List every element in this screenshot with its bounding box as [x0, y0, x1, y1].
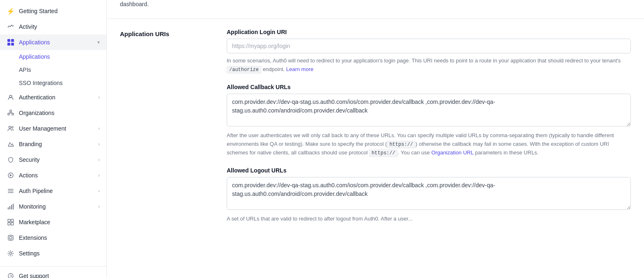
- allowed-logout-urls-field: Allowed Logout URLs com.provider.dev://d…: [227, 167, 631, 223]
- sidebar-item-marketplace[interactable]: Marketplace: [0, 214, 106, 230]
- svg-rect-13: [11, 205, 12, 209]
- svg-rect-14: [13, 204, 14, 209]
- svg-rect-6: [8, 113, 9, 115]
- section-label: Application URIs: [120, 29, 210, 37]
- application-uris-section: Application URIs Application Login URI I…: [107, 29, 644, 233]
- actions-chevron: ›: [98, 172, 100, 178]
- svg-rect-1: [11, 39, 14, 42]
- section-label-col: Application URIs: [120, 29, 210, 233]
- authentication-icon: [7, 93, 15, 101]
- user-management-icon: [7, 124, 15, 133]
- sidebar-item-auth-pipeline[interactable]: Auth Pipeline ›: [0, 183, 106, 199]
- section-divider: [107, 18, 644, 19]
- sidebar-item-actions[interactable]: Actions ›: [0, 168, 106, 183]
- authorize-code: /authorize: [227, 66, 261, 74]
- svg-rect-7: [12, 113, 14, 115]
- svg-rect-2: [7, 43, 10, 46]
- svg-point-9: [12, 126, 13, 128]
- sidebar-label-organizations: Organizations: [19, 110, 54, 116]
- sidebar-label-authentication: Authentication: [19, 94, 55, 101]
- branding-icon: [7, 140, 15, 148]
- sidebar-label-get-support: Get support: [19, 273, 49, 278]
- actions-icon: [7, 171, 15, 179]
- svg-rect-17: [8, 223, 10, 225]
- monitoring-icon: [7, 202, 15, 211]
- svg-rect-11: [8, 207, 9, 209]
- sidebar-item-get-support[interactable]: Get support: [0, 268, 106, 278]
- auth-pipeline-icon: [7, 187, 15, 195]
- sidebar-item-authentication[interactable]: Authentication ›: [0, 90, 106, 105]
- logout-urls-label: Allowed Logout URLs: [227, 167, 631, 174]
- svg-point-21: [10, 253, 12, 255]
- sub-label-applications: Applications: [19, 53, 50, 60]
- logout-urls-textarea[interactable]: com.provider.dev://dev-qa-stag.us.auth0.…: [227, 177, 631, 210]
- sidebar-label-monitoring: Monitoring: [19, 203, 46, 210]
- callback-urls-label: Allowed Callback URLs: [227, 84, 631, 90]
- sub-label-sso: SSO Integrations: [19, 80, 63, 86]
- sidebar-label-getting-started: Getting Started: [19, 8, 58, 14]
- sidebar-item-monitoring[interactable]: Monitoring ›: [0, 199, 106, 214]
- user-management-chevron: ›: [98, 126, 100, 131]
- organizations-icon: [7, 109, 15, 117]
- logout-urls-desc: A set of URLs that are valid to redirect…: [227, 215, 631, 223]
- svg-rect-20: [9, 237, 12, 239]
- settings-icon: [7, 249, 15, 257]
- sidebar-label-applications: Applications: [19, 39, 50, 46]
- extensions-icon: [7, 234, 15, 242]
- sidebar-label-branding: Branding: [19, 141, 42, 147]
- sidebar-item-user-management[interactable]: User Management ›: [0, 121, 106, 136]
- authentication-chevron: ›: [98, 94, 100, 100]
- sidebar-item-security[interactable]: Security ›: [0, 152, 106, 168]
- sidebar-sub-item-sso-integrations[interactable]: SSO Integrations: [0, 76, 106, 90]
- content-panel: dashboard. Application URIs Application …: [107, 0, 644, 246]
- getting-started-icon: ⚡: [7, 7, 15, 15]
- sidebar-label-auth-pipeline: Auth Pipeline: [19, 188, 53, 194]
- https-code-1: https://: [387, 141, 416, 148]
- svg-rect-16: [11, 219, 14, 222]
- sidebar-item-branding[interactable]: Branding ›: [0, 136, 106, 152]
- sidebar-divider: [0, 266, 106, 267]
- auth-pipeline-chevron: ›: [98, 188, 100, 194]
- svg-rect-12: [9, 206, 10, 209]
- sidebar-sub-item-apis[interactable]: APIs: [0, 63, 106, 76]
- security-chevron: ›: [98, 157, 100, 163]
- login-uri-input[interactable]: [227, 39, 631, 53]
- sidebar-sub-item-applications[interactable]: Applications: [0, 50, 106, 63]
- sidebar-label-marketplace: Marketplace: [19, 219, 50, 225]
- callback-urls-desc: After the user authenticates we will onl…: [227, 131, 631, 157]
- section-content-col: Application Login URI In some scenarios,…: [227, 29, 631, 233]
- svg-rect-19: [8, 235, 13, 240]
- svg-rect-5: [10, 110, 12, 112]
- sidebar: ⚡ Getting Started Activity Applications …: [0, 0, 107, 278]
- https-code-2: https://: [369, 149, 398, 157]
- sidebar-item-settings[interactable]: Settings: [0, 246, 106, 261]
- allowed-callback-urls-field: Allowed Callback URLs com.provider.dev:/…: [227, 84, 631, 157]
- sidebar-item-organizations[interactable]: Organizations: [0, 105, 106, 121]
- sidebar-item-getting-started[interactable]: ⚡ Getting Started: [0, 3, 106, 19]
- svg-rect-3: [11, 43, 14, 46]
- sidebar-item-extensions[interactable]: Extensions: [0, 230, 106, 246]
- sidebar-label-actions: Actions: [19, 172, 38, 179]
- get-support-icon: [7, 272, 15, 278]
- monitoring-chevron: ›: [98, 204, 100, 209]
- security-icon: [7, 156, 15, 164]
- sidebar-label-settings: Settings: [19, 250, 40, 257]
- activity-icon: [7, 23, 15, 31]
- sidebar-item-applications[interactable]: Applications ▾: [0, 34, 106, 50]
- sidebar-item-activity[interactable]: Activity: [0, 19, 106, 34]
- application-login-uri-field: Application Login URI In some scenarios,…: [227, 29, 631, 74]
- sidebar-label-extensions: Extensions: [19, 234, 47, 241]
- learn-more-link[interactable]: Learn more: [286, 66, 313, 72]
- login-uri-desc: In some scenarios, Auth0 will need to re…: [227, 57, 631, 74]
- top-text: dashboard.: [107, 0, 644, 18]
- svg-point-8: [9, 126, 11, 129]
- sidebar-label-user-management: User Management: [19, 125, 66, 132]
- sub-label-apis: APIs: [19, 67, 31, 73]
- branding-chevron: ›: [98, 141, 100, 147]
- sidebar-label-activity: Activity: [19, 23, 37, 30]
- organization-url-link[interactable]: Organization URL: [431, 149, 474, 156]
- sidebar-label-security: Security: [19, 156, 40, 163]
- marketplace-icon: [7, 218, 15, 226]
- callback-urls-textarea[interactable]: com.provider.dev://dev-qa-stag.us.auth0.…: [227, 94, 631, 126]
- main-content: dashboard. Application URIs Application …: [107, 0, 644, 278]
